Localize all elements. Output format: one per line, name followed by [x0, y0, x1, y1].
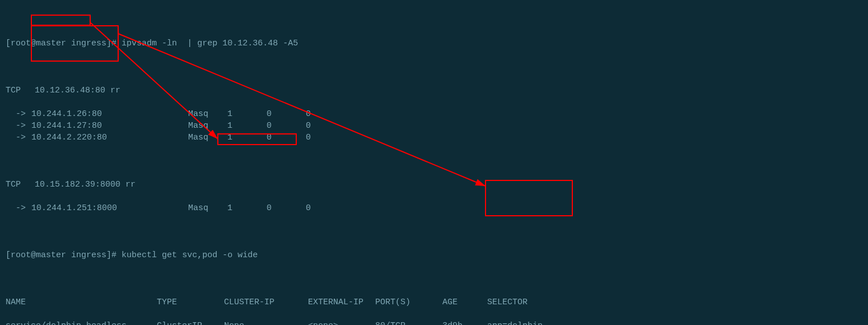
weight: 1	[227, 120, 267, 132]
arrow-icon: ->	[16, 132, 31, 143]
prompt-host: master	[36, 250, 66, 260]
arrow-icon: ->	[16, 108, 31, 120]
endpoint: 10.244.1.27:80	[31, 120, 188, 132]
fwd: Masq	[188, 120, 227, 132]
sched: rr	[110, 86, 120, 95]
svc-header: NAMETYPECLUSTER-IPEXTERNAL-IPPORT(S)AGES…	[6, 296, 862, 308]
svc-ports: 80/TCP	[375, 320, 442, 325]
command-2: kubectl get svc,pod -o wide	[122, 250, 258, 260]
proto: TCP	[6, 179, 35, 191]
sched: rr	[125, 180, 136, 189]
svc-type: ClusterIP	[157, 320, 224, 325]
vip-port: 8000	[100, 180, 120, 189]
vip: 10.15.182.39	[35, 180, 95, 189]
inactive: 0	[306, 108, 311, 120]
arrow-icon: ->	[16, 120, 31, 132]
table-row: ->10.244.2.220:80Masq100	[6, 132, 862, 143]
endpoint: 10.244.1.26:80	[31, 108, 188, 120]
table-row: service/dolphin-headlessClusterIPNone<no…	[6, 320, 862, 325]
terminal[interactable]: [root@master ingress]# ipvsadm -ln | gre…	[0, 0, 868, 325]
hdr-ports: PORT(S)	[375, 296, 442, 308]
proto: TCP	[6, 85, 35, 96]
vip-port: 80	[95, 86, 105, 95]
weight: 1	[227, 202, 267, 214]
inactive: 0	[306, 120, 311, 132]
svg-rect-0	[31, 15, 90, 25]
prompt-line-1: [root@master ingress]# ipvsadm -ln | gre…	[6, 38, 862, 49]
prompt-line-2: [root@master ingress]# kubectl get svc,p…	[6, 249, 862, 261]
fwd: Masq	[188, 132, 227, 143]
active: 0	[267, 108, 306, 120]
prompt-user: root	[11, 39, 31, 48]
hdr-age: AGE	[442, 296, 487, 308]
svc-name: service/dolphin-headless	[6, 320, 157, 325]
endpoint: 10.244.1.251:8000	[31, 202, 188, 214]
arrow-icon: ->	[16, 202, 31, 214]
prompt-dir: ingress	[71, 39, 106, 48]
prompt-dir: ingress	[71, 250, 106, 260]
hdr-eip: EXTERNAL-IP	[308, 296, 375, 308]
active: 0	[267, 202, 306, 214]
endpoint: 10.244.2.220:80	[31, 132, 188, 143]
hdr-cip: CLUSTER-IP	[224, 296, 308, 308]
inactive: 0	[306, 132, 311, 143]
vip: 10.12.36.48	[35, 86, 90, 95]
table-row: ->10.244.1.26:80Masq100	[6, 108, 862, 120]
active: 0	[267, 132, 306, 143]
prompt-host: master	[36, 39, 66, 48]
weight: 1	[227, 108, 267, 120]
weight: 1	[227, 132, 267, 143]
ipvs-rule-1: TCP10.12.36.48:80 rr	[6, 85, 862, 96]
prompt-user: root	[11, 250, 31, 260]
hdr-name: NAME	[6, 296, 157, 308]
inactive: 0	[306, 202, 311, 214]
svc-age: 3d9h	[442, 320, 487, 325]
svc-cip: None	[224, 320, 308, 325]
svc-eip: <none>	[308, 320, 375, 325]
hdr-type: TYPE	[157, 296, 224, 308]
active: 0	[267, 120, 306, 132]
ipvs-rule-2: TCP10.15.182.39:8000 rr	[6, 179, 862, 191]
table-row: ->10.244.1.251:8000Masq100	[6, 202, 862, 214]
fwd: Masq	[188, 202, 227, 214]
table-row: ->10.244.1.27:80Masq100	[6, 120, 862, 132]
svc-sel: app=dolphin	[487, 320, 543, 325]
command-1: ipvsadm -ln | grep 10.12.36.48 -A5	[122, 39, 298, 48]
hdr-sel: SELECTOR	[487, 296, 528, 308]
fwd: Masq	[188, 108, 227, 120]
